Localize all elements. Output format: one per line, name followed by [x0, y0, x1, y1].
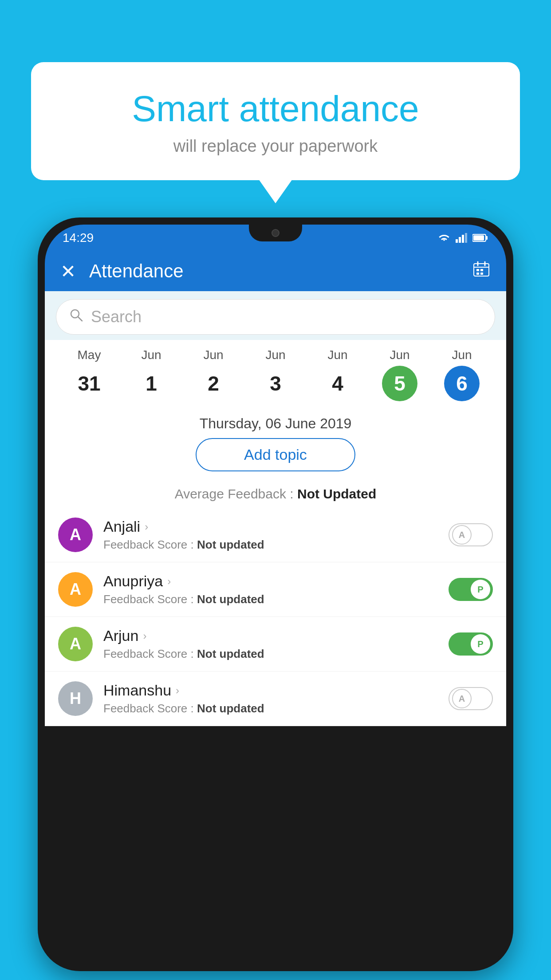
bubble-title: Smart attendance [53, 89, 498, 129]
student-name[interactable]: Himanshu› [103, 682, 449, 699]
date-item-5[interactable]: Jun5 [382, 348, 417, 401]
student-feedback: Feedback Score : Not updated [103, 647, 449, 661]
date-month-label: Jun [141, 348, 161, 362]
svg-rect-1 [459, 237, 461, 243]
battery-icon [472, 233, 488, 242]
student-feedback: Feedback Score : Not updated [103, 593, 449, 606]
student-avatar: A [58, 518, 93, 552]
selected-date-info: Thursday, 06 June 2019 [45, 407, 506, 438]
student-item-1: AAnupriya›Feedback Score : Not updatedP [45, 562, 506, 617]
attendance-toggle[interactable]: A [449, 687, 493, 710]
date-month-label: Jun [452, 348, 472, 362]
signal-icon [456, 233, 468, 243]
student-item-0: AAnjali›Feedback Score : Not updatedA [45, 508, 506, 562]
chevron-icon: › [145, 521, 148, 533]
search-icon [70, 308, 83, 325]
student-info: Anupriya›Feedback Score : Not updated [103, 573, 449, 606]
toggle-thumb: A [452, 525, 472, 545]
student-name[interactable]: Anjali› [103, 518, 449, 535]
wifi-icon [437, 233, 451, 243]
date-item-2[interactable]: Jun2 [196, 348, 231, 401]
student-info: Anjali›Feedback Score : Not updated [103, 518, 449, 552]
date-month-label: Jun [203, 348, 223, 362]
date-month-label: Jun [390, 348, 409, 362]
date-month-label: May [78, 348, 101, 362]
date-number: 4 [320, 366, 355, 401]
status-bar: 14:29 [45, 225, 506, 251]
svg-rect-6 [473, 235, 484, 241]
student-name[interactable]: Arjun› [103, 627, 449, 644]
chevron-icon: › [167, 575, 171, 588]
search-bar[interactable]: Search [56, 299, 495, 335]
date-month-label: Jun [265, 348, 285, 362]
svg-rect-0 [456, 239, 458, 243]
svg-rect-5 [486, 236, 488, 240]
date-number: 5 [382, 366, 417, 401]
app-bar: ✕ Attendance [45, 251, 506, 291]
search-bar-wrapper: Search [45, 291, 506, 340]
student-feedback: Feedback Score : Not updated [103, 702, 449, 715]
student-list: AAnjali›Feedback Score : Not updatedAAAn… [45, 508, 506, 726]
avg-feedback-value: Not Updated [297, 486, 376, 501]
student-info: Arjun›Feedback Score : Not updated [103, 627, 449, 661]
student-avatar: H [58, 681, 93, 716]
status-icons [437, 233, 488, 243]
speech-bubble: Smart attendance will replace your paper… [31, 62, 520, 180]
date-number: 3 [258, 366, 293, 401]
svg-rect-13 [476, 273, 479, 275]
search-placeholder: Search [91, 308, 142, 326]
svg-line-16 [78, 317, 82, 321]
screen-content: Search May31Jun1Jun2Jun3Jun4Jun5Jun6 Thu… [45, 291, 506, 964]
date-item-1[interactable]: Jun1 [134, 348, 169, 401]
toggle-thumb: P [471, 634, 490, 654]
date-item-6[interactable]: Jun6 [444, 348, 480, 401]
attendance-toggle[interactable]: A [449, 523, 493, 546]
student-item-2: AArjun›Feedback Score : Not updatedP [45, 617, 506, 672]
toggle-thumb: A [452, 689, 472, 708]
date-month-label: Jun [327, 348, 347, 362]
student-feedback: Feedback Score : Not updated [103, 538, 449, 552]
status-time: 14:29 [63, 231, 94, 245]
date-strip: May31Jun1Jun2Jun3Jun4Jun5Jun6 [45, 340, 506, 407]
date-number: 2 [196, 366, 231, 401]
avg-feedback: Average Feedback : Not Updated [45, 486, 506, 508]
svg-rect-2 [462, 235, 464, 243]
chevron-icon: › [143, 630, 146, 642]
app-bar-title: Attendance [89, 261, 472, 282]
svg-rect-14 [480, 273, 483, 275]
date-item-3[interactable]: Jun3 [258, 348, 293, 401]
svg-rect-3 [465, 233, 467, 243]
notch [249, 225, 302, 241]
camera-dot [272, 229, 279, 237]
close-button[interactable]: ✕ [60, 261, 76, 282]
student-name[interactable]: Anupriya› [103, 573, 449, 590]
svg-rect-12 [480, 269, 483, 271]
calendar-icon[interactable] [472, 260, 491, 283]
date-number: 31 [71, 366, 107, 401]
bubble-subtitle: will replace your paperwork [53, 137, 498, 156]
phone-inner: 14:29 [41, 221, 510, 968]
student-avatar: A [58, 627, 93, 661]
date-item-0[interactable]: May31 [71, 348, 107, 401]
attendance-toggle[interactable]: P [449, 578, 493, 601]
svg-rect-11 [476, 269, 479, 271]
attendance-toggle[interactable]: P [449, 632, 493, 656]
chevron-icon: › [176, 684, 179, 697]
student-avatar: A [58, 572, 93, 607]
date-item-4[interactable]: Jun4 [320, 348, 355, 401]
phone-frame: 14:29 [38, 217, 513, 971]
date-number: 1 [134, 366, 169, 401]
avg-feedback-label: Average Feedback : [175, 486, 294, 501]
phone-screen: 14:29 [45, 225, 506, 964]
student-info: Himanshu›Feedback Score : Not updated [103, 682, 449, 715]
speech-bubble-wrapper: Smart attendance will replace your paper… [31, 62, 520, 180]
add-topic-button[interactable]: Add topic [196, 438, 355, 471]
student-item-3: HHimanshu›Feedback Score : Not updatedA [45, 672, 506, 726]
toggle-thumb: P [471, 580, 490, 599]
date-number: 6 [444, 366, 480, 401]
